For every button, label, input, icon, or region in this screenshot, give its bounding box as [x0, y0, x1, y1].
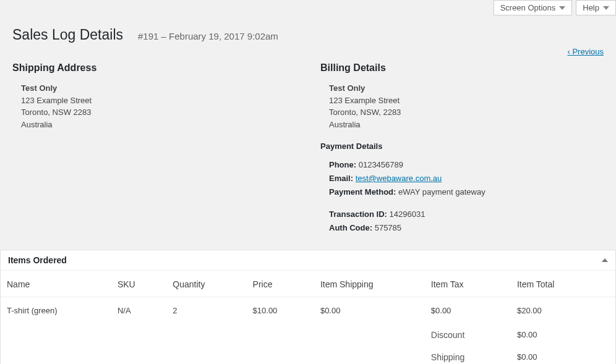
cell-ship: $0.00 — [314, 297, 425, 324]
auth-code-value: 575785 — [375, 223, 401, 232]
transaction-id-value: 14296031 — [390, 210, 426, 219]
billing-line1: 123 Example Street — [329, 95, 604, 107]
billing-address: Test Only 123 Example Street Toronto, NS… — [320, 82, 604, 130]
shipping-value: $0.00 — [511, 346, 615, 364]
cell-sku: N/A — [111, 297, 166, 324]
help-label: Help — [583, 3, 599, 12]
discount-label: Discount — [425, 324, 511, 346]
payment-details: Phone: 0123456789 Email: test@webaware.c… — [320, 158, 604, 235]
cell-total: $20.00 — [511, 297, 615, 324]
email-link[interactable]: test@webaware.com.au — [356, 174, 442, 183]
shipping-label: Shipping — [425, 346, 511, 364]
discount-value: $0.00 — [511, 324, 615, 346]
col-total: Item Total — [511, 271, 615, 297]
auth-code-label: Auth Code: — [329, 223, 372, 232]
cell-qty: 2 — [166, 297, 246, 324]
col-sku: SKU — [111, 271, 166, 297]
shipping-line3: Australia — [21, 119, 296, 131]
items-table: Name SKU Quantity Price Item Shipping It… — [1, 271, 615, 364]
shipping-heading: Shipping Address — [12, 62, 296, 74]
shipping-address: Test Only 123 Example Street Toronto, NS… — [12, 82, 296, 130]
billing-line2: Toronto, NSW, 2283 — [329, 106, 604, 119]
collapse-icon[interactable] — [602, 258, 608, 262]
chevron-down-icon — [603, 6, 609, 10]
payment-method-value: eWAY payment gateway — [398, 187, 486, 197]
table-row: T-shirt (green) N/A 2 $10.00 $0.00 $0.00… — [1, 297, 615, 324]
screen-options-button[interactable]: Screen Options — [494, 0, 573, 15]
phone-label: Phone: — [329, 160, 356, 169]
chevron-down-icon — [559, 6, 565, 10]
items-ordered-box: Items Ordered Name SKU Quantity Price It… — [0, 250, 616, 364]
billing-name: Test Only — [329, 82, 604, 95]
col-ship: Item Shipping — [314, 271, 425, 297]
shipping-name: Test Only — [21, 82, 296, 95]
col-tax: Item Tax — [425, 271, 511, 297]
billing-line3: Australia — [329, 119, 604, 131]
shipping-line2: Toronto, NSW 2283 — [21, 106, 296, 119]
transaction-id-label: Transaction ID: — [329, 210, 387, 219]
col-qty: Quantity — [166, 271, 246, 297]
col-name: Name — [1, 271, 111, 297]
email-label: Email: — [329, 174, 353, 183]
cell-price: $10.00 — [247, 297, 314, 324]
help-button[interactable]: Help — [576, 0, 616, 15]
payment-heading: Payment Details — [320, 142, 604, 151]
col-price: Price — [247, 271, 314, 297]
cell-tax: $0.00 — [425, 297, 511, 324]
order-subtitle: #191 – February 19, 2017 9:02am — [138, 31, 278, 41]
screen-options-label: Screen Options — [500, 3, 556, 12]
previous-link[interactable]: ‹ Previous — [567, 47, 604, 56]
payment-method-label: Payment Method: — [329, 187, 396, 197]
billing-column: Billing Details Test Only 123 Example St… — [320, 62, 604, 235]
cell-name: T-shirt (green) — [1, 297, 111, 324]
page-title: Sales Log Details — [12, 27, 123, 43]
billing-heading: Billing Details — [320, 62, 604, 74]
shipping-column: Shipping Address Test Only 123 Example S… — [12, 62, 296, 235]
items-ordered-title: Items Ordered — [8, 255, 67, 265]
phone-value: 0123456789 — [359, 160, 403, 169]
shipping-line1: 123 Example Street — [21, 95, 296, 107]
